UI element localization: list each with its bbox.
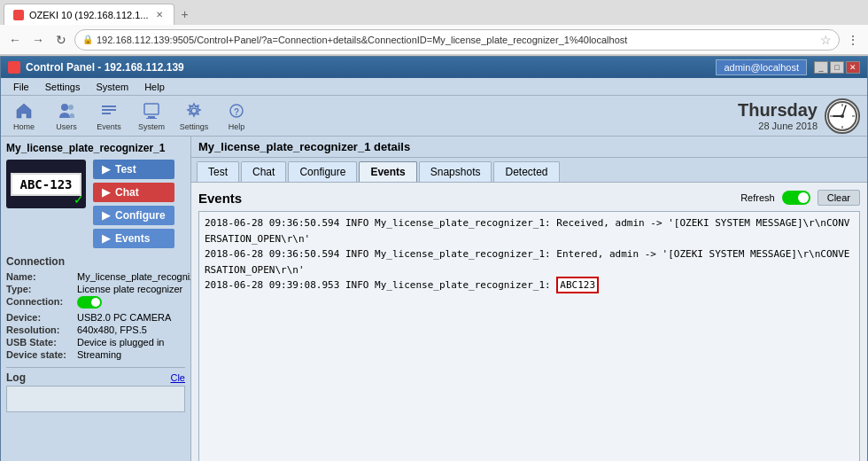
connection-info: Name: My_license_plate_recogniz Type: Li… — [6, 271, 185, 360]
nav-actions: ⋮ — [843, 30, 863, 50]
tab-label: OZEKI 10 (192.168.112.1... — [29, 10, 149, 20]
detail-title: My_license_plate_recognizer_1 details — [198, 140, 410, 153]
tab-detected[interactable]: Detected — [493, 161, 559, 182]
system-icon — [142, 101, 161, 121]
app-controls: _ □ ✕ — [814, 61, 860, 74]
tab-test[interactable]: Test — [197, 161, 239, 182]
type-value: License plate recognizer — [77, 284, 185, 294]
events-header: Events Refresh Clear — [198, 190, 860, 206]
extensions-btn[interactable]: ⋮ — [843, 30, 863, 50]
bookmark-icon[interactable]: ☆ — [820, 33, 832, 47]
log-content — [6, 386, 185, 412]
log-clear-link[interactable]: Cle — [170, 372, 185, 383]
chat-btn[interactable]: ▶ Chat — [93, 183, 174, 202]
info-resolution-row: Resolution: 640x480, FPS.5 — [6, 324, 185, 335]
events-title: Events — [198, 191, 242, 206]
app-body: My_license_plate_recognizer_1 ABC-123 ✓ … — [1, 137, 867, 461]
home-icon — [14, 101, 34, 121]
app-favicon — [8, 61, 20, 74]
plate-text: ABC-123 — [19, 177, 72, 191]
new-tab-btn[interactable]: + — [176, 5, 194, 23]
forward-btn[interactable]: → — [28, 30, 48, 50]
sidebar-connection-title: My_license_plate_recognizer_1 — [6, 142, 185, 154]
tab-close-btn[interactable]: ✕ — [154, 10, 165, 20]
content-header: My_license_plate_recognizer_1 details — [191, 137, 867, 158]
address-bar[interactable]: 🔒 192.168.112.139:9505/Control+Panel/?a=… — [74, 29, 840, 51]
device-value: USB2.0 PC CAMERA — [77, 312, 185, 323]
log-line-2: 2018-06-28 09:36:50.594 INFO My_license_… — [205, 246, 854, 277]
settings-label: Settings — [180, 122, 209, 131]
events-btn-arrow: ▶ — [102, 232, 110, 245]
configure-btn[interactable]: ▶ Configure — [93, 206, 174, 225]
highlight-abc123: ABC123 — [556, 277, 599, 293]
test-btn-label: Test — [115, 163, 136, 176]
help-icon: ? — [227, 101, 246, 121]
clock-face — [825, 98, 860, 134]
tabs-bar: Test Chat Configure Events Snapshots Det… — [191, 158, 867, 183]
browser-tab[interactable]: OZEKI 10 (192.168.112.1... ✕ — [4, 4, 174, 25]
svg-rect-5 — [144, 104, 159, 114]
refresh-toggle[interactable] — [782, 191, 810, 205]
toolbar-events[interactable]: Events — [89, 98, 128, 134]
clear-btn[interactable]: Clear — [818, 190, 860, 206]
events-panel: Events Refresh Clear 2018-06-28 09:36:50… — [191, 183, 867, 461]
events-btn[interactable]: ▶ Events — [93, 229, 174, 248]
back-btn[interactable]: ← — [5, 30, 25, 50]
tab-favicon — [13, 10, 24, 20]
browser-chrome: OZEKI 10 (192.168.112.1... ✕ + ← → ↻ 🔒 1… — [0, 0, 868, 56]
menu-help[interactable]: Help — [137, 81, 172, 93]
clock-area: Thursday 28 June 2018 — [738, 98, 860, 134]
test-btn[interactable]: ▶ Test — [93, 160, 174, 179]
sidebar: My_license_plate_recognizer_1 ABC-123 ✓ … — [1, 137, 191, 461]
info-connection-row: Connection: — [6, 296, 185, 310]
chat-btn-label: Chat — [115, 186, 139, 199]
log-header: Log Cle — [6, 371, 185, 384]
app-toolbar: Home Users Events System Settings — [1, 96, 867, 137]
lock-icon: 🔒 — [82, 35, 93, 44]
toggle-on-icon — [77, 296, 102, 309]
admin-label: admin@localhost — [716, 59, 807, 75]
date-label: 28 June 2018 — [738, 121, 818, 131]
tab-chat[interactable]: Chat — [241, 161, 286, 182]
restore-btn[interactable]: □ — [830, 61, 844, 74]
menu-file[interactable]: File — [6, 81, 36, 93]
refresh-label: Refresh — [740, 192, 775, 203]
minimize-btn[interactable]: _ — [814, 61, 828, 74]
settings-icon — [184, 101, 204, 121]
main-content: My_license_plate_recognizer_1 details Te… — [191, 137, 867, 461]
menu-settings[interactable]: Settings — [38, 81, 88, 93]
tab-snapshots[interactable]: Snapshots — [419, 161, 492, 182]
toolbar-help[interactable]: ? Help — [217, 98, 256, 134]
url-text: 192.168.112.139:9505/Control+Panel/?a=Co… — [97, 35, 817, 45]
info-devstate-row: Device state: Streaming — [6, 349, 185, 360]
check-badge: ✓ — [74, 192, 84, 207]
tab-configure[interactable]: Configure — [288, 161, 357, 182]
date-area: Thursday 28 June 2018 — [738, 100, 818, 131]
type-label: Type: — [6, 284, 77, 294]
svg-text:?: ? — [234, 107, 239, 117]
svg-rect-6 — [148, 116, 155, 118]
svg-rect-2 — [102, 105, 116, 107]
toolbar-settings[interactable]: Settings — [174, 98, 213, 134]
device-preview: ABC-123 ✓ — [6, 160, 86, 208]
toolbar-users[interactable]: Users — [47, 98, 86, 134]
connection-section-title: Connection — [6, 255, 185, 268]
svg-point-0 — [61, 104, 68, 111]
info-device-row: Device: USB2.0 PC CAMERA — [6, 312, 185, 323]
info-name-row: Name: My_license_plate_recogniz — [6, 271, 185, 282]
log-line-3: 2018-06-28 09:39:08.953 INFO My_license_… — [205, 277, 854, 293]
svg-rect-3 — [102, 109, 116, 111]
toolbar-system[interactable]: System — [132, 98, 171, 134]
reload-btn[interactable]: ↻ — [51, 30, 71, 50]
devstate-label: Device state: — [6, 349, 77, 360]
events-log[interactable]: 2018-06-28 09:36:50.594 INFO My_license_… — [198, 211, 860, 461]
tab-events[interactable]: Events — [359, 161, 416, 182]
menu-system[interactable]: System — [89, 81, 136, 93]
info-type-row: Type: License plate recognizer — [6, 284, 185, 294]
app-menubar: File Settings System Help — [1, 78, 867, 96]
name-value: My_license_plate_recogniz — [77, 271, 191, 282]
close-btn[interactable]: ✕ — [846, 61, 860, 74]
info-usb-row: USB State: Device is plugged in — [6, 337, 185, 348]
app-titlebar: Control Panel - 192.168.112.139 admin@lo… — [1, 57, 867, 78]
toolbar-home[interactable]: Home — [4, 98, 43, 134]
